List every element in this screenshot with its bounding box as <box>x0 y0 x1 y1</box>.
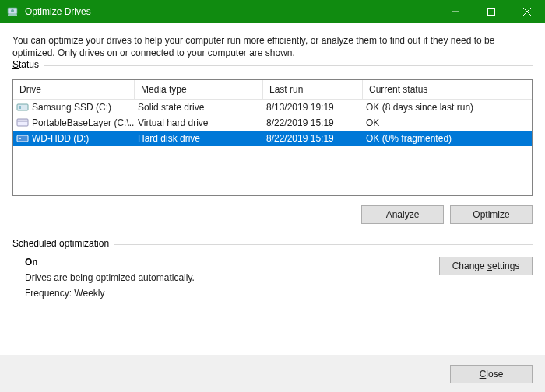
minimize-button[interactable] <box>438 0 473 23</box>
schedule-desc: Drives are being optimized automatically… <box>25 272 439 283</box>
window-title: Optimize Drives <box>25 6 438 17</box>
table-header[interactable]: Drive Media type Last run Current status <box>13 80 532 100</box>
media-type: Hard disk drive <box>135 133 263 144</box>
scheduled-group-label: Scheduled optimization <box>12 238 109 249</box>
divider <box>114 244 533 245</box>
svg-point-2 <box>11 9 14 12</box>
maximize-button[interactable] <box>473 0 509 23</box>
table-row[interactable]: Samsung SSD (C:)Solid state drive8/13/20… <box>13 100 532 115</box>
col-last[interactable]: Last run <box>263 80 363 99</box>
schedule-state: On <box>25 257 439 268</box>
app-icon <box>6 5 19 18</box>
col-media[interactable]: Media type <box>135 80 263 99</box>
close-window-button[interactable] <box>509 0 545 23</box>
drive-icon <box>16 103 29 112</box>
table-row[interactable]: PortableBaseLayer (C:\...Virtual hard dr… <box>13 115 532 131</box>
drive-name: WD-HDD (D:) <box>32 133 89 144</box>
drive-name: PortableBaseLayer (C:\... <box>32 117 135 128</box>
table-row[interactable]: WD-HDD (D:)Hard disk drive8/22/2019 15:1… <box>13 131 532 146</box>
last-run: 8/22/2019 15:19 <box>263 117 363 128</box>
svg-rect-1 <box>8 14 17 16</box>
current-status: OK <box>363 117 532 128</box>
drive-name: Samsung SSD (C:) <box>32 102 111 113</box>
close-button[interactable]: Close <box>450 365 533 383</box>
footer: Close <box>0 355 545 392</box>
svg-point-12 <box>19 138 21 139</box>
divider <box>44 65 533 66</box>
optimize-button[interactable]: Optimize <box>450 205 533 224</box>
svg-rect-8 <box>19 106 21 109</box>
change-settings-button[interactable]: Change settings <box>439 257 533 275</box>
svg-rect-4 <box>488 9 495 16</box>
titlebar[interactable]: Optimize Drives <box>0 0 545 23</box>
current-status: OK (0% fragmented) <box>363 133 532 144</box>
current-status: OK (8 days since last run) <box>363 102 532 113</box>
media-type: Solid state drive <box>135 102 263 113</box>
col-status[interactable]: Current status <box>363 80 532 99</box>
col-drive[interactable]: Drive <box>13 80 135 99</box>
analyze-button[interactable]: Analyze <box>361 205 444 224</box>
svg-rect-10 <box>17 119 28 121</box>
last-run: 8/13/2019 19:19 <box>263 102 363 113</box>
schedule-freq: Frequency: Weekly <box>25 288 439 299</box>
status-group-label: Status <box>12 59 39 70</box>
intro-text: You can optimize your drives to help you… <box>12 34 533 59</box>
drive-icon <box>16 118 29 128</box>
svg-rect-11 <box>17 135 28 142</box>
last-run: 8/22/2019 15:19 <box>263 133 363 144</box>
media-type: Virtual hard drive <box>135 117 263 128</box>
drives-table[interactable]: Drive Media type Last run Current status… <box>12 79 533 196</box>
drive-icon <box>16 134 29 143</box>
